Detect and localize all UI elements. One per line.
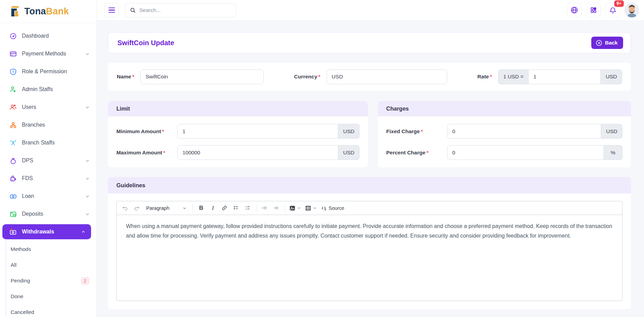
search-input[interactable] <box>139 7 231 13</box>
chevron-down-icon <box>85 194 90 199</box>
user-avatar[interactable] <box>624 3 639 17</box>
sidebar-item-admin-staffs[interactable]: Admin Staffs <box>0 80 97 98</box>
sidebar-item-deposits[interactable]: Deposits <box>0 205 97 223</box>
sidebar-item-label: Admin Staffs <box>22 86 53 92</box>
sidebar: TonaBank Dashboard Payment Methods Role … <box>0 0 97 317</box>
submenu-item-methods[interactable]: Methods <box>6 241 97 257</box>
rate-field-group: Rate* 1 USD = USD <box>477 69 622 84</box>
app-window: TonaBank Dashboard Payment Methods Role … <box>0 0 644 317</box>
limit-card-body: Minimum Amount* USD Maximum Amount* USD <box>108 116 368 167</box>
source-button-label: Source <box>329 205 344 211</box>
chevron-down-icon <box>85 52 90 56</box>
safe-lock-icon <box>9 175 17 182</box>
brand-name: TonaBank <box>24 6 69 17</box>
sidebar-item-branch-staffs[interactable]: Branch Staffs <box>0 134 97 152</box>
sidebar-item-role-permission[interactable]: Role & Permission <box>0 63 97 80</box>
name-input[interactable] <box>140 69 264 84</box>
submenu-item-label: Cancelled <box>11 309 34 315</box>
required-mark: * <box>318 74 320 79</box>
insert-table-button[interactable] <box>303 203 318 213</box>
sidebar-item-withdrawals[interactable]: Withdrawals <box>2 224 91 239</box>
editor-content[interactable]: When using a manual payment gateway, fol… <box>117 215 622 301</box>
bulleted-list-button[interactable] <box>231 203 242 213</box>
name-field-group: Name* <box>117 69 264 84</box>
submenu-item-all[interactable]: All <box>6 257 97 273</box>
submenu-item-label: Done <box>11 293 23 300</box>
percent-charge-input[interactable] <box>447 145 604 160</box>
sidebar-item-loan[interactable]: Loan <box>0 187 97 205</box>
page-title: SwiftCoin Update <box>117 39 174 47</box>
fixed-charge-input[interactable] <box>447 124 601 139</box>
admin-staff-icon <box>9 86 17 93</box>
back-button[interactable]: Back <box>591 37 623 49</box>
currency-input[interactable] <box>327 69 447 84</box>
fixed-charge-suffix: USD <box>601 124 622 139</box>
submenu-item-cancelled[interactable]: Cancelled <box>6 304 97 317</box>
sidebar-item-label: Dashboard <box>22 33 49 39</box>
rate-label: Rate* <box>477 74 492 80</box>
page-header-card: SwiftCoin Update Back <box>108 32 631 53</box>
basic-fields-card: Name* Currency* Rate* 1 USD = USD <box>108 63 631 91</box>
fixed-charge-row: Fixed Charge* USD <box>386 124 622 139</box>
money-bag-icon <box>9 157 17 164</box>
currency-label: Currency* <box>294 74 320 80</box>
numbered-list-button[interactable]: 12 <box>242 203 253 213</box>
language-button[interactable] <box>567 3 582 17</box>
sidebar-item-users[interactable]: Users <box>0 98 97 116</box>
apps-button[interactable] <box>586 3 601 17</box>
undo-icon <box>122 205 128 211</box>
submenu-item-pending[interactable]: Pending2 <box>6 273 97 289</box>
outdent-button[interactable] <box>259 203 270 213</box>
numbered-list-icon: 12 <box>245 205 251 211</box>
required-mark: * <box>162 128 164 134</box>
rate-input[interactable] <box>528 69 601 84</box>
toolbar-separator <box>193 204 193 212</box>
paragraph-style-dropdown[interactable]: Paragraph <box>143 203 190 213</box>
maximum-amount-row: Maximum Amount* USD <box>116 145 359 160</box>
search-box[interactable] <box>125 3 236 17</box>
sidebar-item-dashboard[interactable]: Dashboard <box>0 27 97 45</box>
insert-image-button[interactable] <box>288 203 303 213</box>
percent-charge-label: Percent Charge* <box>386 150 447 156</box>
chevron-down-icon <box>85 212 90 216</box>
sidebar-item-label: Deposits <box>22 211 43 217</box>
sidebar-item-branches[interactable]: Branches <box>0 116 97 134</box>
sidebar-item-label: FDS <box>22 175 33 181</box>
branch-staffs-icon <box>9 139 17 147</box>
undo-button[interactable] <box>119 203 130 213</box>
percent-charge-group: % <box>447 145 622 160</box>
toolbar-separator <box>285 204 285 212</box>
chevron-down-icon <box>297 206 301 210</box>
svg-text:2: 2 <box>245 208 247 210</box>
sidebar-item-fds[interactable]: FDS <box>0 169 97 187</box>
back-button-label: Back <box>605 40 618 46</box>
apps-grid-icon <box>590 7 597 14</box>
chevron-up-icon <box>81 230 86 234</box>
maximum-amount-input[interactable] <box>177 145 338 160</box>
notifications-button[interactable]: 9+ <box>605 3 620 17</box>
page-content: SwiftCoin Update Back Name* Currency* Ra… <box>97 21 644 317</box>
link-button[interactable] <box>219 203 230 213</box>
brand-logo[interactable]: TonaBank <box>0 0 97 23</box>
sidebar-item-payment-methods[interactable]: Payment Methods <box>0 45 97 63</box>
pending-count-badge: 2 <box>81 277 89 284</box>
source-button[interactable]: Source <box>319 203 346 213</box>
submenu-item-label: All <box>11 262 16 268</box>
bulleted-list-icon <box>233 205 239 211</box>
required-mark: * <box>163 150 165 155</box>
paragraph-style-label: Paragraph <box>146 205 169 211</box>
bold-button[interactable]: B <box>196 203 207 213</box>
toolbar-separator <box>256 204 256 212</box>
submenu-item-label: Pending <box>11 278 30 284</box>
minimum-amount-input[interactable] <box>177 124 338 139</box>
redo-button[interactable] <box>131 203 142 213</box>
sidebar-item-dps[interactable]: DPS <box>0 152 97 169</box>
submenu-item-done[interactable]: Done <box>6 289 97 304</box>
charges-card-body: Fixed Charge* USD Percent Charge* % <box>378 116 631 167</box>
italic-button[interactable]: I <box>207 203 218 213</box>
indent-button[interactable] <box>271 203 282 213</box>
fixed-charge-group: USD <box>447 124 622 139</box>
minimum-amount-suffix: USD <box>338 124 359 139</box>
sidebar-item-label: Withdrawals <box>22 229 54 235</box>
sidebar-toggle-button[interactable] <box>104 3 119 17</box>
